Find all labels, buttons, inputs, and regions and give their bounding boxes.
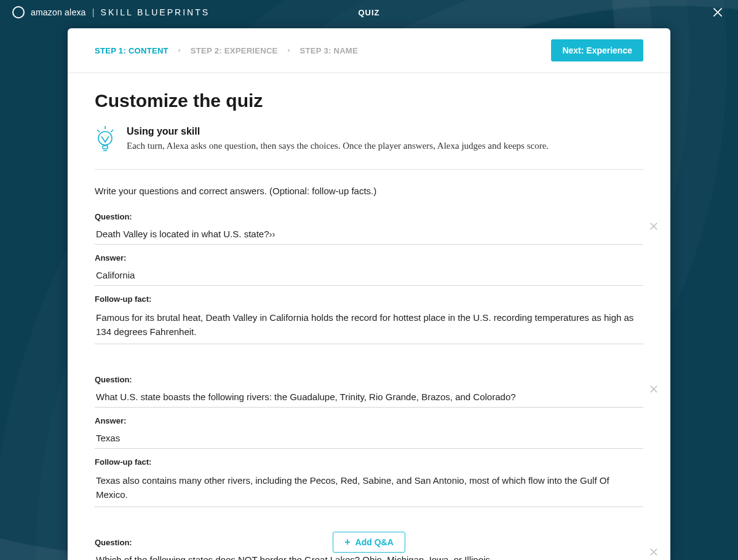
qa-block: Question: What U.S. state boasts the fol… <box>95 375 643 507</box>
content-scroll[interactable]: Customize the quiz Using your skill Each… <box>68 73 670 560</box>
question-label: Question: <box>95 212 643 221</box>
plus-icon: + <box>344 537 350 547</box>
tip-title: Using your skill <box>127 126 549 137</box>
close-icon[interactable] <box>710 4 726 20</box>
tip-body: Each turn, Alexa asks one question, then… <box>127 141 549 151</box>
brand-label: amazon alexa | SKILL BLUEPRINTS <box>31 7 210 17</box>
step-1-content[interactable]: STEP 1: CONTENT <box>95 46 191 55</box>
answer-label: Answer: <box>95 416 643 425</box>
alexa-ring-icon <box>12 6 25 18</box>
question-label: Question: <box>95 375 643 384</box>
remove-qa-icon[interactable] <box>648 384 663 398</box>
qa-block: Question: Death Valley is located in wha… <box>95 212 643 344</box>
step-3-name[interactable]: STEP 3: NAME <box>300 46 358 55</box>
brand-divider: | <box>92 7 95 17</box>
fact-input[interactable]: Famous for its brutal heat, Death Valley… <box>95 306 643 344</box>
answer-input[interactable]: California <box>95 265 643 286</box>
chevron-right-icon <box>285 47 293 54</box>
question-input[interactable]: What U.S. state boasts the following riv… <box>95 387 643 408</box>
editor-panel: STEP 1: CONTENT STEP 2: EXPERIENCE STEP … <box>68 28 670 560</box>
instructions-text: Write your questions and correct answers… <box>95 186 643 196</box>
svg-point-5 <box>98 132 112 145</box>
question-input[interactable]: Death Valley is located in what U.S. sta… <box>95 224 643 245</box>
brand-suffix: SKILL BLUEPRINTS <box>101 7 210 17</box>
svg-rect-6 <box>103 146 108 149</box>
remove-qa-icon[interactable] <box>648 221 663 235</box>
add-qa-label: Add Q&A <box>355 537 394 547</box>
brand-prefix: amazon alexa <box>31 7 86 17</box>
lightbulb-icon <box>95 126 116 153</box>
svg-line-3 <box>97 130 100 132</box>
page-title: Customize the quiz <box>95 90 643 111</box>
step-tabs: STEP 1: CONTENT STEP 2: EXPERIENCE STEP … <box>68 28 670 73</box>
fact-input[interactable]: Texas also contains many other rivers, i… <box>95 469 643 507</box>
fact-label: Follow-up fact: <box>95 457 643 467</box>
chevron-right-icon <box>176 47 183 54</box>
next-experience-button[interactable]: Next: Experience <box>551 39 643 61</box>
fact-label: Follow-up fact: <box>95 294 643 304</box>
tip-box: Using your skill Each turn, Alexa asks o… <box>95 126 643 170</box>
step-2-experience[interactable]: STEP 2: EXPERIENCE <box>191 46 300 55</box>
answer-input[interactable]: Texas <box>95 428 643 449</box>
remove-qa-icon[interactable] <box>648 546 663 560</box>
add-qa-button[interactable]: + Add Q&A <box>333 532 405 553</box>
svg-line-4 <box>111 130 113 132</box>
answer-label: Answer: <box>95 253 643 262</box>
